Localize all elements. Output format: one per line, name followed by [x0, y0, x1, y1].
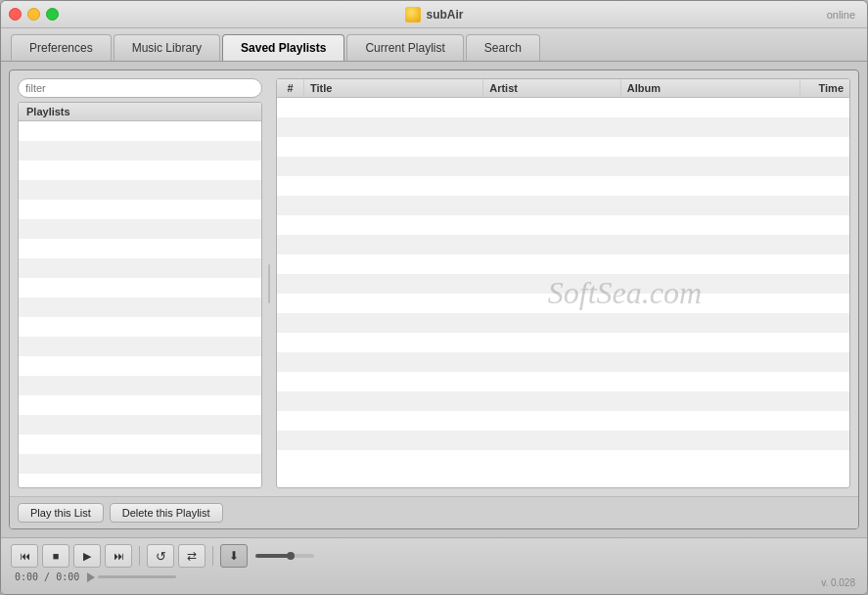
repeat-button[interactable]: ↺: [147, 544, 174, 568]
transport-controls: ⏮ ■ ▶ ⏭ ↺ ⇄ ⬇: [11, 544, 857, 568]
app-window: subAir online Preferences Music Library …: [0, 0, 868, 595]
progress-triangle-icon: [87, 572, 95, 582]
list-item[interactable]: [19, 337, 261, 356]
table-row[interactable]: [277, 157, 849, 176]
table-row[interactable]: [277, 431, 849, 450]
list-item[interactable]: [19, 395, 261, 415]
list-item[interactable]: [19, 454, 261, 474]
table-row[interactable]: [277, 117, 849, 137]
track-rows: [277, 98, 849, 450]
shuffle-button[interactable]: ⇄: [178, 544, 206, 568]
repeat-icon: ↺: [156, 549, 166, 564]
col-header-artist: Artist: [483, 79, 621, 97]
tab-bar: Preferences Music Library Saved Playlist…: [1, 28, 867, 62]
transport-bar: ⏮ ■ ▶ ⏭ ↺ ⇄ ⬇: [1, 537, 867, 594]
download-icon: ⬇: [229, 549, 239, 563]
table-row[interactable]: [277, 254, 849, 274]
volume-area: [255, 554, 314, 558]
play-icon: ▶: [83, 550, 91, 563]
table-row[interactable]: [277, 333, 849, 352]
table-row[interactable]: [277, 372, 849, 391]
time-display: 0:00 / 0:00: [15, 572, 79, 582]
panel-footer: Play this List Delete this Playlist: [10, 496, 858, 528]
list-item[interactable]: [19, 219, 261, 239]
col-header-album: Album: [621, 79, 800, 97]
list-item[interactable]: [19, 298, 261, 317]
table-row[interactable]: [277, 137, 849, 157]
play-button[interactable]: ▶: [73, 544, 101, 568]
playlist-sidebar: Playlists: [18, 78, 262, 488]
list-item[interactable]: [19, 376, 261, 395]
table-row[interactable]: [277, 176, 849, 196]
version-label: v. 0.028: [821, 577, 855, 588]
list-item[interactable]: [19, 121, 261, 141]
list-item[interactable]: [19, 180, 261, 200]
table-row[interactable]: [277, 215, 849, 235]
list-item[interactable]: [19, 160, 261, 180]
table-row[interactable]: [277, 411, 849, 431]
track-list-area: SoftSea.com: [277, 98, 849, 487]
delete-playlist-button[interactable]: Delete this Playlist: [110, 503, 223, 523]
table-row[interactable]: [277, 274, 849, 294]
tab-saved-playlists[interactable]: Saved Playlists: [222, 34, 344, 61]
volume-thumb: [287, 552, 295, 560]
table-row[interactable]: [277, 98, 849, 117]
table-row[interactable]: [277, 235, 849, 254]
col-header-title: Title: [304, 79, 483, 97]
stop-icon: ■: [53, 550, 60, 562]
progress-area: [87, 572, 176, 582]
transport-separator: [139, 546, 140, 566]
progress-track[interactable]: [98, 575, 176, 578]
transport-separator-2: [212, 546, 213, 566]
list-item[interactable]: [19, 258, 261, 278]
tab-search[interactable]: Search: [466, 34, 540, 61]
minimize-button[interactable]: [27, 8, 40, 21]
download-button[interactable]: ⬇: [220, 544, 248, 568]
transport-bottom: 0:00 / 0:00: [11, 572, 857, 582]
stop-button[interactable]: ■: [42, 544, 69, 568]
track-list-panel: # Title Artist Album Time: [276, 78, 850, 488]
fast-forward-button[interactable]: ⏭: [105, 544, 132, 568]
playlist-rows: [19, 121, 261, 474]
window-controls: [9, 8, 59, 21]
tab-current-playlist[interactable]: Current Playlist: [346, 34, 463, 61]
tab-music-library[interactable]: Music Library: [114, 34, 220, 61]
shuffle-icon: ⇄: [187, 549, 197, 563]
list-item[interactable]: [19, 415, 261, 435]
window-title: subAir: [404, 7, 463, 23]
main-content: Playlists: [1, 62, 867, 537]
volume-slider[interactable]: [255, 554, 314, 558]
list-item[interactable]: [19, 435, 261, 454]
playlists-header: Playlists: [19, 103, 261, 121]
panel-body: Playlists: [10, 70, 858, 496]
tab-preferences[interactable]: Preferences: [11, 34, 112, 61]
filter-input[interactable]: [18, 78, 262, 98]
rewind-icon: ⏮: [20, 550, 30, 562]
list-item[interactable]: [19, 141, 261, 160]
col-header-num: #: [277, 79, 304, 97]
fast-forward-icon: ⏭: [114, 550, 124, 562]
maximize-button[interactable]: [46, 8, 59, 21]
online-status: online: [827, 9, 855, 21]
table-row[interactable]: [277, 196, 849, 215]
list-item[interactable]: [19, 356, 261, 376]
list-item[interactable]: [19, 317, 261, 337]
rewind-button[interactable]: ⏮: [11, 544, 38, 568]
track-list-header: # Title Artist Album Time: [277, 79, 849, 98]
play-list-button[interactable]: Play this List: [18, 503, 104, 523]
table-row[interactable]: [277, 294, 849, 313]
list-item[interactable]: [19, 278, 261, 298]
table-row[interactable]: [277, 391, 849, 411]
title-bar: subAir online: [1, 1, 867, 28]
list-item[interactable]: [19, 200, 261, 219]
table-row[interactable]: [277, 352, 849, 372]
app-icon: [404, 7, 420, 23]
list-item[interactable]: [19, 239, 261, 258]
col-header-time: Time: [800, 79, 849, 97]
close-button[interactable]: [9, 8, 22, 21]
panel-divider[interactable]: [266, 78, 272, 488]
playlist-list[interactable]: Playlists: [18, 102, 262, 488]
content-panel: Playlists: [9, 69, 859, 529]
table-row[interactable]: [277, 313, 849, 333]
